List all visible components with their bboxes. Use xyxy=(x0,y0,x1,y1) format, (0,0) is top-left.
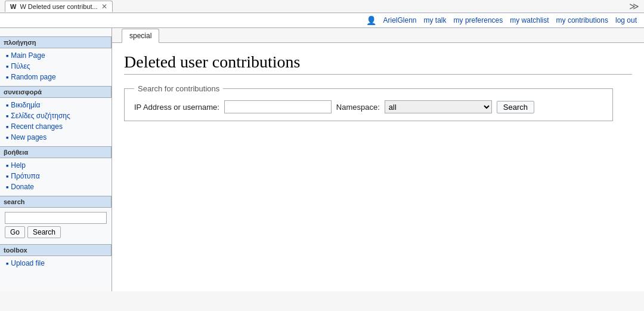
tab-title: W Deleted user contribut... xyxy=(20,3,97,10)
sidebar-navigation-header: πλοήγηση xyxy=(0,36,112,48)
random-page-link[interactable]: Random page xyxy=(11,73,55,81)
list-item: Πρότυπα xyxy=(6,171,112,181)
sidebar-search-buttons: Go Search xyxy=(5,226,107,238)
gates-link[interactable]: Πύλες xyxy=(11,62,30,70)
recent-changes-link[interactable]: Recent changes xyxy=(11,122,63,131)
sidebar-contribute-header: συνεισφορά xyxy=(0,86,112,98)
new-pages-link[interactable]: New pages xyxy=(11,133,47,141)
content-tabs: special xyxy=(112,28,644,43)
ip-label: IP Address or username: xyxy=(134,103,219,112)
my-contributions-link[interactable]: my contributions xyxy=(556,16,608,24)
user-icon: 👤 xyxy=(366,16,376,25)
tab-special[interactable]: special xyxy=(122,29,159,43)
templates-link[interactable]: Πρότυπα xyxy=(11,172,39,180)
sidebar: πλοήγηση Main Page Πύλες Random page συν… xyxy=(0,28,112,291)
main-layout: πλοήγηση Main Page Πύλες Random page συν… xyxy=(0,28,644,291)
page-title: Deleted user contributions xyxy=(124,53,632,75)
contributions-search-legend: Search for contributions xyxy=(134,84,223,93)
namespace-select[interactable]: all (Main) Talk User User talk Wikipedia… xyxy=(385,100,492,113)
sidebar-search-button[interactable]: Search xyxy=(27,226,61,238)
my-watchlist-link[interactable]: my watchlist xyxy=(510,16,549,24)
list-item: New pages xyxy=(6,132,112,143)
sidebar-search-input[interactable] xyxy=(5,212,107,224)
sidebar-toolbox-list: Upload file xyxy=(0,258,112,269)
ip-username-input[interactable] xyxy=(224,100,332,113)
help-link[interactable]: Help xyxy=(11,161,26,170)
log-out-link[interactable]: log out xyxy=(615,16,637,24)
tab-close-button[interactable]: ✕ xyxy=(101,2,107,11)
list-item: Recent changes xyxy=(6,121,112,132)
list-item: Help xyxy=(6,160,112,171)
page-content: Deleted user contributions Search for co… xyxy=(112,43,644,131)
upload-file-link[interactable]: Upload file xyxy=(11,259,45,267)
discussion-pages-link[interactable]: Σελίδες συζήτησης xyxy=(11,112,70,120)
sidebar-navigation-list: Main Page Πύλες Random page xyxy=(0,50,112,82)
my-preferences-link[interactable]: my preferences xyxy=(454,16,503,24)
list-item: Random page xyxy=(6,72,112,82)
donate-link[interactable]: Donate xyxy=(11,183,34,191)
username-link[interactable]: ArielGlenn xyxy=(383,16,417,24)
search-contributions-button[interactable]: Search xyxy=(497,101,534,113)
search-row: IP Address or username: Namespace: all (… xyxy=(134,100,603,113)
sidebar-help-list: Help Πρότυπα Donate xyxy=(0,160,112,192)
sidebar-go-button[interactable]: Go xyxy=(5,226,25,238)
wiki-logo: W xyxy=(10,3,16,10)
sidebar-search-header: search xyxy=(0,196,112,208)
list-item: Main Page xyxy=(6,50,112,61)
wikidemia-link[interactable]: Βικιδημία xyxy=(11,101,40,109)
browser-tab[interactable]: W W Deleted user contribut... ✕ xyxy=(5,1,113,12)
list-item: Upload file xyxy=(6,258,112,269)
list-item: Σελίδες συζήτησης xyxy=(6,110,112,121)
content-area: special Deleted user contributions Searc… xyxy=(112,28,644,291)
user-header: 👤 ArielGlenn my talk my preferences my w… xyxy=(0,13,644,28)
namespace-label: Namespace: xyxy=(336,103,380,112)
list-item: Donate xyxy=(6,181,112,192)
my-talk-link[interactable]: my talk xyxy=(424,16,447,24)
tab-scroll-button[interactable]: ≫ xyxy=(629,1,639,12)
list-item: Πύλες xyxy=(6,61,112,72)
main-page-link[interactable]: Main Page xyxy=(11,51,45,60)
contributions-search-form: Search for contributions IP Address or u… xyxy=(124,84,613,121)
sidebar-toolbox-header: toolbox xyxy=(0,244,112,256)
sidebar-help-header: βοήθεια xyxy=(0,146,112,158)
list-item: Βικιδημία xyxy=(6,100,112,110)
sidebar-search-container: Go Search xyxy=(0,210,112,241)
sidebar-contribute-list: Βικιδημία Σελίδες συζήτησης Recent chang… xyxy=(0,100,112,143)
